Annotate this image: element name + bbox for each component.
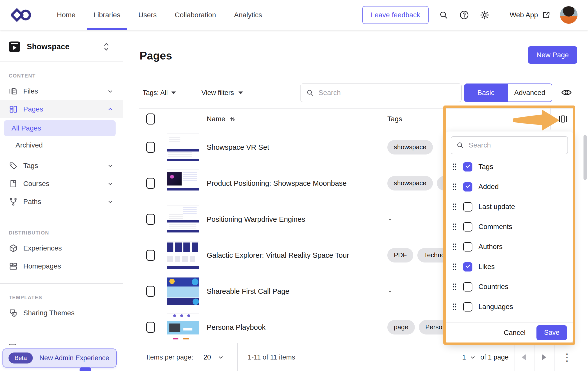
sidebar-item-tags[interactable]: Tags	[0, 157, 123, 175]
tags-filter-dropdown[interactable]: Tags: All	[143, 83, 176, 102]
help-icon[interactable]	[459, 10, 470, 20]
drag-handle-icon[interactable]	[452, 183, 458, 190]
external-link-icon	[542, 11, 550, 19]
tag-pill[interactable]: PDF	[387, 248, 413, 262]
page-number-select[interactable]: 1	[462, 354, 476, 361]
chevron-down-icon[interactable]	[107, 162, 114, 169]
column-checkbox[interactable]	[463, 202, 472, 212]
page-name-link[interactable]: Positioning Warpdrive Engines	[207, 215, 305, 223]
column-checkbox[interactable]	[463, 182, 472, 192]
sidebar-item-label: Pages	[23, 105, 43, 113]
paths-icon	[9, 197, 18, 206]
previous-page-button[interactable]	[514, 343, 534, 371]
column-checkbox[interactable]	[463, 162, 472, 172]
row-checkbox[interactable]	[146, 214, 155, 225]
column-checkbox[interactable]	[463, 282, 472, 292]
chevron-down-icon[interactable]	[107, 88, 114, 94]
sidebar-item-pages[interactable]: Pages	[0, 100, 123, 118]
items-per-page-select[interactable]: 20	[203, 343, 224, 371]
nav-item-users[interactable]: Users	[129, 0, 166, 30]
sidebar-divider	[0, 283, 123, 284]
search-input[interactable]	[319, 89, 456, 97]
column-settings-button[interactable]	[550, 108, 575, 130]
sidebar-item-archived[interactable]: Archived	[0, 137, 123, 153]
page-thumbnail[interactable]	[167, 205, 199, 233]
tag-pill[interactable]: page	[387, 320, 415, 334]
page-name-link[interactable]: Showspace VR Set	[207, 143, 269, 151]
overflow-menu-icon[interactable]: ⋮	[559, 343, 574, 371]
drag-handle-icon[interactable]	[452, 243, 458, 250]
sidebar-item-homepages[interactable]: Homepages	[0, 257, 123, 275]
drag-handle-icon[interactable]	[452, 203, 458, 210]
workspace-selector[interactable]: Showspace	[0, 30, 123, 62]
web-app-link[interactable]: Web App	[510, 11, 550, 19]
page-thumbnail[interactable]	[167, 169, 199, 197]
sidebar-item-courses[interactable]: Courses	[0, 175, 123, 193]
chevron-up-icon[interactable]	[107, 106, 114, 112]
nav-item-home[interactable]: Home	[48, 0, 85, 30]
footer-divider	[554, 343, 554, 371]
view-filters-dropdown[interactable]: View filters	[201, 83, 243, 102]
column-checkbox[interactable]	[463, 242, 472, 252]
chevron-down-icon[interactable]	[107, 198, 114, 205]
drag-handle-icon[interactable]	[452, 263, 458, 270]
next-page-button[interactable]	[534, 343, 554, 371]
search-icon[interactable]	[438, 10, 449, 20]
column-header-name[interactable]: Name	[207, 108, 236, 130]
sidebar-item-paths[interactable]: Paths	[0, 193, 123, 211]
drag-handle-icon[interactable]	[452, 163, 458, 170]
tag-pill[interactable]: showspace	[387, 140, 433, 154]
items-range-text: 1-11 of 11 items	[248, 343, 295, 371]
chevron-down-icon[interactable]	[107, 180, 114, 187]
app-logo[interactable]	[0, 0, 32, 30]
column-checkbox[interactable]	[463, 262, 472, 272]
row-checkbox[interactable]	[146, 286, 155, 297]
page-name-link[interactable]: Product Positioning: Showspace Moonbase	[207, 179, 347, 187]
sidebar-item-files[interactable]: Files	[0, 82, 123, 100]
cancel-button[interactable]: Cancel	[504, 329, 525, 337]
user-avatar[interactable]	[560, 6, 577, 24]
page-name-link[interactable]: Shareable First Call Page	[207, 287, 289, 295]
preview-eye-icon[interactable]	[561, 87, 572, 98]
scrollbar-thumb[interactable]	[583, 135, 587, 180]
row-checkbox[interactable]	[146, 250, 155, 261]
nav-item-analytics[interactable]: Analytics	[225, 0, 271, 30]
footer-divider	[237, 343, 238, 371]
page-thumbnail[interactable]	[167, 277, 199, 305]
save-button[interactable]: Save	[536, 325, 567, 340]
new-page-button[interactable]: New Page	[528, 46, 577, 64]
top-nav: Home Libraries Users Collaboration Analy…	[0, 0, 588, 30]
column-checkbox[interactable]	[463, 222, 472, 232]
sidebar-item-sharing-themes[interactable]: Sharing Themes	[0, 304, 123, 322]
page-thumbnail[interactable]	[167, 313, 199, 341]
sidebar-item-all-pages[interactable]: All Pages	[4, 120, 116, 136]
drag-handle-icon[interactable]	[452, 283, 458, 290]
leave-feedback-button[interactable]: Leave feedback	[362, 6, 429, 24]
advanced-tab[interactable]: Advanced	[507, 84, 552, 102]
sidebar-item-experiences[interactable]: Experiences	[0, 239, 123, 257]
basic-tab[interactable]: Basic	[465, 84, 507, 102]
row-checkbox[interactable]	[146, 178, 155, 189]
column-option-label: Likes	[478, 263, 495, 271]
page-name-link[interactable]: Persona Playbook	[207, 323, 265, 331]
drag-handle-icon[interactable]	[452, 223, 458, 230]
column-option-label: Authors	[478, 243, 503, 251]
column-search-input[interactable]	[469, 141, 562, 149]
nav-item-libraries[interactable]: Libraries	[85, 0, 129, 30]
tags-filter-label: Tags: All	[143, 89, 168, 97]
nav-item-collaboration[interactable]: Collaboration	[166, 0, 225, 30]
drag-handle-icon[interactable]	[452, 303, 458, 310]
row-checkbox[interactable]	[146, 142, 155, 153]
sidebar-divider	[0, 62, 123, 62]
row-checkbox[interactable]	[146, 322, 155, 333]
tag-pill[interactable]: showspace	[387, 176, 433, 190]
new-admin-experience-banner[interactable]: Beta New Admin Experience	[3, 348, 117, 368]
app-window: Home Libraries Users Collaboration Analy…	[0, 0, 588, 371]
page-name-link[interactable]: Galactic Explorer: Virtual Reality Space…	[207, 251, 349, 259]
column-checkbox[interactable]	[463, 302, 472, 312]
page-thumbnail[interactable]	[167, 241, 199, 269]
cube-icon	[9, 244, 18, 253]
page-thumbnail[interactable]	[167, 133, 199, 161]
settings-gear-icon[interactable]	[479, 10, 490, 20]
select-all-checkbox[interactable]	[146, 114, 155, 124]
